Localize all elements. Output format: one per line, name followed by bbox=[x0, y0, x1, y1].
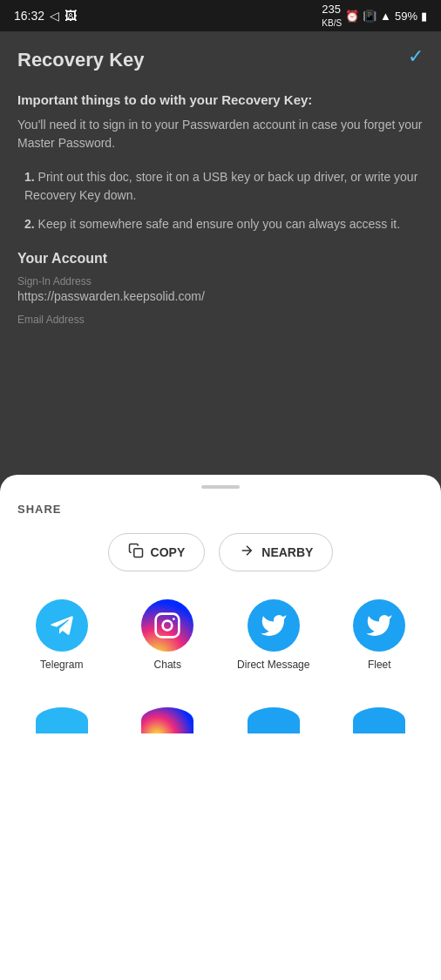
svg-point-2 bbox=[163, 621, 173, 631]
signin-address-label: Sign-In Address bbox=[17, 275, 424, 287]
app-item-twitter-dm[interactable]: Direct Message bbox=[234, 599, 313, 672]
more-app-4 bbox=[340, 707, 418, 733]
drag-handle[interactable] bbox=[201, 485, 240, 489]
time-display: 16:32 bbox=[14, 9, 44, 23]
svg-point-3 bbox=[173, 618, 175, 620]
action-buttons-row: COPY NEARBY bbox=[108, 533, 334, 571]
step-1: 1. Print out this doc, store it on a USB… bbox=[17, 168, 424, 205]
status-bar-right: 235KB/S ⏰ 📳 ▲ 59% ▮ bbox=[322, 3, 427, 29]
battery-icon: ▮ bbox=[421, 10, 427, 23]
network-speed: 235KB/S bbox=[322, 3, 342, 29]
share-bottom-sheet: SHARE COPY NEARBY bbox=[0, 475, 441, 980]
svg-rect-0 bbox=[133, 549, 142, 558]
twitter-dm-icon bbox=[248, 599, 300, 652]
copy-label: COPY bbox=[151, 545, 186, 559]
apps-row: Telegram Chats Direct Message bbox=[0, 599, 441, 672]
nearby-label: NEARBY bbox=[261, 545, 313, 559]
app-item-telegram[interactable]: Telegram bbox=[23, 599, 101, 672]
app-item-instagram[interactable]: Chats bbox=[128, 599, 207, 672]
signin-address-value: https://passwarden.keepsolid.com/ bbox=[17, 289, 424, 303]
status-bar: 16:32 ◁ 🖼 235KB/S ⏰ 📳 ▲ 59% ▮ bbox=[0, 0, 441, 31]
share-label: SHARE bbox=[0, 503, 441, 516]
alarm-icon: ⏰ bbox=[345, 10, 359, 23]
vibrate-icon: 📳 bbox=[363, 10, 377, 23]
telegram-label: Telegram bbox=[40, 659, 83, 672]
photo-icon: 🖼 bbox=[64, 9, 77, 23]
instagram-label: Chats bbox=[154, 659, 181, 672]
step-2: 2. Keep it somewhere safe and ensure onl… bbox=[17, 215, 424, 233]
status-bar-left: 16:32 ◁ 🖼 bbox=[14, 9, 77, 23]
location-icon: ◁ bbox=[50, 9, 59, 23]
account-section: Your Account Sign-In Address https://pas… bbox=[17, 251, 424, 326]
more-app-1 bbox=[23, 707, 101, 733]
more-app-3 bbox=[234, 707, 313, 733]
telegram-icon bbox=[36, 599, 88, 652]
nearby-icon bbox=[239, 543, 254, 562]
instagram-icon bbox=[141, 599, 193, 652]
account-title: Your Account bbox=[17, 251, 424, 267]
twitter-dm-label: Direct Message bbox=[237, 659, 309, 672]
battery-display: 59% bbox=[395, 10, 417, 23]
app-item-twitter-fleet[interactable]: Fleet bbox=[340, 599, 418, 672]
intro-text: You'll need it to sign in to your Passwa… bbox=[17, 116, 424, 152]
twitter-fleet-label: Fleet bbox=[368, 659, 391, 672]
recovery-key-screen: ✓ Recovery Key Important things to do wi… bbox=[0, 31, 441, 502]
nearby-button[interactable]: NEARBY bbox=[219, 533, 333, 571]
more-app-2 bbox=[128, 707, 207, 733]
important-label: Important things to do with your Recover… bbox=[17, 92, 424, 107]
twitter-fleet-icon bbox=[353, 599, 405, 652]
checkmark-icon: ✓ bbox=[408, 45, 424, 68]
copy-button[interactable]: COPY bbox=[108, 533, 206, 571]
more-apps-row bbox=[0, 707, 441, 733]
recovery-key-title: Recovery Key bbox=[17, 49, 424, 71]
svg-rect-1 bbox=[156, 614, 180, 638]
email-address-label: Email Address bbox=[17, 314, 424, 326]
wifi-icon: ▲ bbox=[380, 10, 391, 23]
copy-icon bbox=[128, 543, 144, 562]
